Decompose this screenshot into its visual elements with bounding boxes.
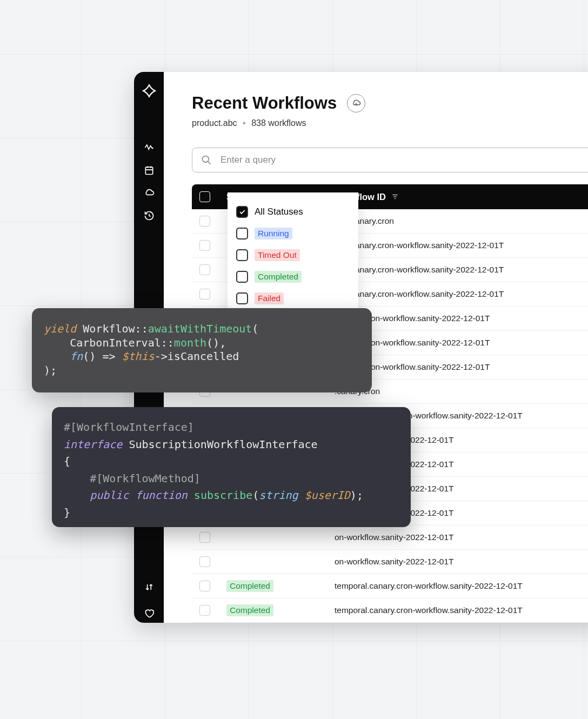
page-title: Recent Workflows [192, 94, 337, 113]
sidebar-item-history[interactable] [144, 210, 155, 223]
row-checkbox[interactable] [199, 532, 210, 543]
namespace-label: product.abc [192, 118, 237, 128]
filter-option[interactable]: Completed [236, 266, 350, 288]
code-snippet-await: yield Workflow::awaitWithTimeout( Carbon… [32, 308, 372, 392]
workflow-id-cell: on-workflow.sanity-2022-12-01T [335, 557, 454, 567]
filter-icon [391, 193, 399, 201]
svg-rect-0 [145, 167, 152, 174]
search-box[interactable] [192, 148, 588, 172]
workflow-id-cell: on-workflow.sanity-2022-12-01T [335, 532, 454, 542]
workflow-id-cell: temporal.canary.cron-workflow.sanity-202… [335, 605, 523, 615]
filter-option[interactable]: Failed [236, 288, 350, 309]
filter-option[interactable]: Timed Out [236, 244, 350, 266]
status-badge: Completed [226, 580, 273, 592]
filter-label: Failed [255, 292, 284, 304]
sidebar-item-schedules[interactable] [144, 165, 155, 178]
filter-label: Timed Out [255, 249, 300, 261]
filter-label: Completed [255, 271, 302, 283]
row-checkbox[interactable] [199, 581, 210, 591]
row-checkbox[interactable] [199, 216, 210, 227]
table-row[interactable]: Completedtemporal.canary.cron-workflow.s… [192, 598, 588, 623]
logo-icon[interactable] [142, 84, 156, 100]
select-all-checkbox[interactable] [199, 191, 210, 202]
status-cell: Completed [226, 604, 335, 616]
row-checkbox[interactable] [199, 605, 210, 616]
row-checkbox[interactable] [199, 556, 210, 567]
sidebar-item-cloud[interactable] [144, 188, 155, 201]
sidebar-item-activity[interactable] [144, 142, 155, 155]
filter-option[interactable]: All Statuses [236, 201, 350, 223]
search-icon [201, 155, 212, 165]
filter-checkbox[interactable] [236, 292, 248, 304]
table-row[interactable]: Completedtemporal.canary.cron-workflow.s… [192, 574, 588, 598]
sort-icon[interactable] [144, 582, 155, 592]
code-snippet-interface: #[WorkflowInterface] interface Subscript… [52, 407, 411, 527]
search-input[interactable] [220, 155, 588, 165]
workflow-id-cell: oral.canary.cron-workflow.sanity-2022-12… [335, 265, 504, 275]
row-checkbox[interactable] [199, 289, 210, 299]
filter-label: All Statuses [255, 207, 303, 217]
filter-option[interactable]: Running [236, 223, 350, 244]
row-checkbox[interactable] [199, 264, 210, 275]
cloud-download-icon[interactable] [347, 94, 365, 112]
status-cell: Completed [226, 580, 335, 592]
svg-point-1 [203, 156, 209, 163]
row-checkbox[interactable] [199, 240, 210, 251]
status-filter-dropdown[interactable]: All StatusesRunningTimed OutCompletedFai… [228, 192, 358, 318]
workflow-id-cell: temporal.canary.cron-workflow.sanity-202… [335, 581, 523, 591]
workflow-id-cell: oral.canary.cron-workflow.sanity-2022-12… [335, 289, 504, 299]
table-row[interactable]: on-workflow.sanity-2022-12-01T [192, 525, 588, 550]
filter-checkbox[interactable] [236, 228, 248, 239]
table-row[interactable]: on-workflow.sanity-2022-12-01T [192, 550, 588, 574]
filter-label: Running [255, 228, 292, 239]
workflow-count: 838 workflows [251, 118, 306, 128]
subtitle: product.abc • 838 workflows [192, 118, 588, 128]
filter-checkbox[interactable] [236, 271, 248, 283]
filter-checkbox[interactable] [236, 249, 248, 261]
workflow-id-cell: oral.canary.cron-workflow.sanity-2022-12… [335, 241, 504, 250]
status-badge: Completed [226, 604, 273, 616]
filter-checkbox[interactable] [236, 206, 248, 218]
heart-icon[interactable] [144, 608, 155, 621]
